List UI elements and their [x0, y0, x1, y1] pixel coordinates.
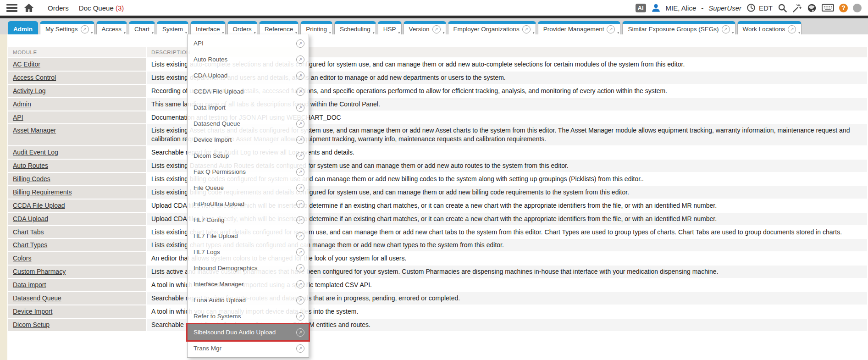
presence-dot-icon[interactable] — [853, 4, 862, 12]
module-link-ccda-file-upload[interactable]: CCDA File Upload — [13, 202, 65, 209]
menu-item-device-import[interactable]: Device Import↗ — [188, 132, 309, 148]
table-row: Datasend QueueSearchable report to view … — [8, 292, 867, 305]
external-link-icon: ↗ — [296, 248, 304, 256]
menu-item-ccda-file-upload[interactable]: CCDA File Upload↗ — [188, 83, 309, 100]
module-link-access-control[interactable]: Access Control — [13, 74, 56, 81]
module-link-data-import[interactable]: Data import — [13, 281, 46, 288]
table-row: Asset ManagerLists existing Asset charts… — [8, 124, 867, 145]
external-link-icon: ↗ — [296, 264, 304, 272]
module-cell: Auto Routes — [8, 160, 146, 172]
module-link-admin[interactable]: Admin — [13, 100, 31, 108]
module-link-api[interactable]: API — [13, 114, 23, 121]
external-link-icon: ↗ — [296, 136, 304, 144]
menu-item-data-import[interactable]: Data import↗ — [188, 100, 309, 116]
module-link-cda-upload[interactable]: CDA Upload — [13, 215, 48, 222]
tab-admin[interactable]: Admin — [8, 21, 38, 34]
user-name[interactable]: MIE, Alice — [666, 4, 697, 12]
module-cell: Admin — [8, 98, 146, 111]
external-link-icon: ↗ — [296, 184, 304, 192]
table-row: Data importA tool in which data files ca… — [8, 279, 867, 291]
magic-wand-icon[interactable] — [792, 3, 802, 13]
menu-item-auto-routes[interactable]: Auto Routes↗ — [188, 51, 309, 67]
tab-label: Scheduling — [340, 26, 370, 33]
help-icon[interactable]: ? — [839, 4, 848, 12]
menu-item-hl7-logs[interactable]: HL7 Logs↗ — [188, 244, 309, 260]
ai-badge[interactable]: AI — [636, 4, 646, 12]
tab-employer-organizations[interactable]: Employer Organizations↗ — [448, 21, 536, 34]
search-icon[interactable] — [778, 3, 787, 13]
external-link-icon: ↗ — [296, 232, 304, 240]
tab-printing[interactable]: Printing — [300, 21, 332, 34]
table-row: AdminThis same landing page of all tabs … — [8, 98, 867, 111]
menu-item-hl7-file-upload[interactable]: HL7 File Upload↗ — [188, 228, 309, 244]
module-link-custom-pharmacy[interactable]: Custom Pharmacy — [13, 268, 66, 275]
menu-item-dicom-setup[interactable]: Dicom Setup↗ — [188, 148, 309, 164]
menu-item-label: Sibelsound Duo Audio Upload — [194, 329, 276, 336]
table-row: Dicom SetupSearchable report (basic & ad… — [8, 319, 867, 331]
tab-work-locations[interactable]: Work Locations↗ — [737, 21, 802, 34]
tab-my-settings[interactable]: My Settings↗ — [40, 21, 94, 34]
menu-item-refer-to-systems[interactable]: Refer to Systems↗ — [188, 308, 309, 324]
menu-item-inbound-demographics[interactable]: Inbound Demographics↗ — [188, 260, 309, 276]
tab-provider-management[interactable]: Provider Management↗ — [538, 21, 621, 34]
module-link-chart-types[interactable]: Chart Types — [13, 241, 47, 249]
menu-item-cda-upload[interactable]: CDA Upload↗ — [188, 67, 309, 83]
tab-interface[interactable]: Interface — [190, 21, 226, 34]
keyboard-icon[interactable] — [822, 4, 834, 12]
tab-label: Interface — [196, 26, 220, 33]
module-link-ac-editor[interactable]: AC Editor — [13, 61, 40, 68]
menu-item-label: Device Import — [194, 136, 232, 143]
tab-label: Similar Exposure Groups (SEGs) — [628, 26, 719, 33]
external-link-icon: ↗ — [296, 280, 304, 288]
module-cell: Datasend Queue — [8, 292, 146, 305]
module-link-asset-manager[interactable]: Asset Manager — [13, 127, 56, 134]
table-row: Billing CodesLists existing billing code… — [8, 173, 867, 185]
tab-label: Chart — [134, 26, 149, 33]
menu-item-hl7-config[interactable]: HL7 Config↗ — [188, 212, 309, 228]
module-link-billing-requirements[interactable]: Billing Requirements — [13, 188, 72, 196]
menu-item-fitproultra-upload[interactable]: FitProUltra Upload↗ — [188, 196, 309, 212]
tab-system[interactable]: System — [157, 21, 188, 34]
module-link-dicom-setup[interactable]: Dicom Setup — [13, 321, 50, 328]
menu-item-trans-mgr[interactable]: Trans Mgr↗ — [188, 340, 309, 356]
module-cell: Asset Manager — [8, 124, 146, 145]
module-cell: Custom Pharmacy — [8, 266, 146, 278]
external-link-icon: ↗ — [296, 72, 304, 80]
tab-hsp[interactable]: HSP — [378, 21, 402, 34]
external-link-icon: ↗ — [722, 25, 730, 33]
module-link-device-import[interactable]: Device Import — [13, 308, 52, 315]
module-link-datasend-queue[interactable]: Datasend Queue — [13, 294, 61, 302]
module-link-billing-codes[interactable]: Billing Codes — [13, 175, 50, 183]
clock-icon[interactable] — [746, 3, 756, 12]
breadcrumb-doc-queue[interactable]: Doc Queue (3) — [79, 4, 124, 12]
external-link-icon: ↗ — [788, 25, 796, 33]
tab-access[interactable]: Access — [96, 21, 127, 34]
control-panel-content: MODULE DESCRIPTION AC EditorLists existi… — [7, 34, 868, 360]
menu-item-sibelsound-duo-audio-upload[interactable]: Sibelsound Duo Audio Upload↗ — [188, 324, 309, 340]
module-cell: Dicom Setup — [8, 319, 146, 331]
module-link-audit-event-log[interactable]: Audit Event Log — [13, 149, 58, 156]
menu-item-file-queue[interactable]: File Queue↗ — [188, 180, 309, 196]
tab-version[interactable]: Version↗ — [404, 21, 446, 34]
breadcrumb-orders[interactable]: Orders — [48, 4, 69, 12]
menu-item-datasend-queue[interactable]: Datasend Queue↗ — [188, 116, 309, 132]
menu-item-luna-audio-upload[interactable]: Luna Audio Upload↗ — [188, 292, 309, 308]
module-link-chart-tabs[interactable]: Chart Tabs — [13, 228, 44, 236]
menu-item-fax-q-permissions[interactable]: Fax Q Permissions↗ — [188, 164, 309, 180]
tab-scheduling[interactable]: Scheduling — [334, 21, 376, 34]
tab-reference[interactable]: Reference — [259, 21, 299, 34]
hamburger-menu-icon[interactable] — [6, 4, 17, 12]
module-cell: Data import — [8, 279, 146, 291]
globe-icon[interactable] — [807, 3, 817, 13]
tab-similar-exposure-groups-segs[interactable]: Similar Exposure Groups (SEGs)↗ — [622, 21, 735, 34]
module-link-activity-log[interactable]: Activity Log — [13, 87, 46, 94]
tab-chart[interactable]: Chart — [129, 21, 155, 34]
module-link-colors[interactable]: Colors — [13, 255, 31, 262]
menu-item-api[interactable]: API↗ — [188, 35, 309, 51]
menu-item-label: CDA Upload — [194, 72, 227, 79]
home-icon[interactable] — [24, 3, 34, 12]
tab-orders[interactable]: Orders — [227, 21, 257, 34]
menu-item-label: Luna Audio Upload — [194, 297, 246, 304]
menu-item-interface-manager[interactable]: Interface Manager↗ — [188, 276, 309, 292]
module-link-auto-routes[interactable]: Auto Routes — [13, 162, 48, 169]
